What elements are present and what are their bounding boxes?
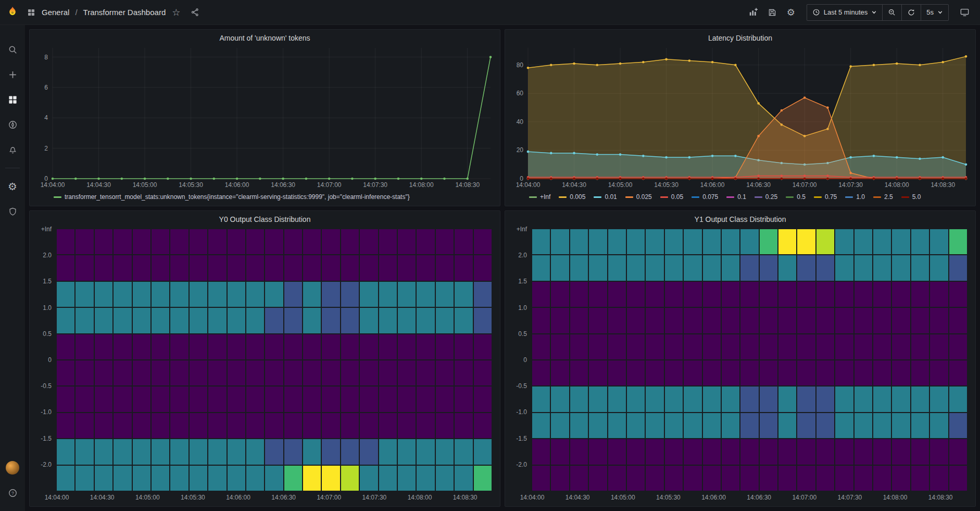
- axis-tick-label: 14:05:00: [133, 181, 157, 189]
- heatmap-cell: [322, 360, 340, 385]
- grafana-logo[interactable]: [0, 0, 25, 25]
- heatmap-cell: [551, 282, 569, 307]
- sidebar-item-server-admin[interactable]: [0, 201, 25, 222]
- heatmap-cell: [646, 439, 663, 464]
- add-panel-button[interactable]: [745, 4, 762, 21]
- heatmap-cell: [170, 413, 188, 438]
- panel-title[interactable]: Latency Distribution: [510, 32, 970, 45]
- heatmap-cell: [532, 255, 550, 280]
- axis-tick-label: 14:08:00: [883, 494, 908, 501]
- heatmap-cell: [417, 334, 434, 359]
- sidebar-item-configuration[interactable]: ⚙: [0, 176, 25, 197]
- legend-item[interactable]: +Inf: [529, 193, 550, 201]
- heatmap-cell: [646, 334, 663, 359]
- tv-mode-button[interactable]: [956, 4, 973, 21]
- heatmap-cell: [911, 360, 929, 385]
- legend-item[interactable]: 0.005: [559, 193, 585, 201]
- zoom-out-button[interactable]: [882, 4, 902, 21]
- sidebar-item-alerting[interactable]: [0, 139, 25, 160]
- heatmap-cell: [341, 229, 359, 254]
- heatmap-cell: [246, 413, 264, 438]
- legend-item[interactable]: transformer_tensorrt_model_stats:unknown…: [54, 193, 410, 201]
- share-dashboard-button[interactable]: [186, 4, 203, 21]
- legend-item[interactable]: 5.0: [901, 193, 921, 201]
- heatmap-cell: [684, 387, 701, 412]
- legend-item[interactable]: 0.075: [692, 193, 718, 201]
- time-range-picker[interactable]: Last 5 minutes: [807, 4, 883, 21]
- heatmap-cell: [303, 387, 321, 412]
- breadcrumb-section[interactable]: General: [42, 8, 69, 17]
- heatmap-cell: [76, 255, 93, 280]
- heatmap-cell: [608, 413, 626, 438]
- legend-item[interactable]: 1.0: [845, 193, 865, 201]
- heatmap-cell: [835, 308, 853, 333]
- dashboard-grid: Amount of 'unknown' tokens 14:04:0014:04…: [25, 25, 980, 511]
- axis-tick-label: 80: [510, 61, 523, 69]
- axis-tick-label: 14:04:00: [45, 494, 69, 501]
- heatmap-cell: [684, 466, 701, 491]
- legend-item[interactable]: 0.01: [594, 193, 617, 201]
- axis-tick-label: 14:06:00: [225, 181, 249, 189]
- heatmap-cell: [608, 360, 626, 385]
- heatmap-cell: [474, 413, 492, 438]
- heatmap-cell: [532, 466, 550, 491]
- heatmap-cell: [740, 439, 758, 464]
- heatmap-cell: [208, 334, 226, 359]
- avatar: [6, 461, 19, 475]
- heatmap-cell: [740, 334, 758, 359]
- series-color-marker: [559, 196, 567, 198]
- refresh-interval-picker[interactable]: 5s: [921, 4, 949, 21]
- axis-tick-label: 0: [35, 356, 52, 364]
- legend-item[interactable]: 0.1: [726, 193, 746, 201]
- heatmap-cell: [570, 255, 588, 280]
- star-dashboard-button[interactable]: ☆: [168, 4, 184, 21]
- legend-item[interactable]: 0.25: [755, 193, 777, 201]
- sidebar-item-create[interactable]: [0, 64, 25, 85]
- axis-tick-label: 14:07:30: [362, 494, 387, 501]
- axis-tick-label: 14:04:00: [41, 181, 65, 189]
- heatmap-cell: [608, 229, 626, 254]
- legend-item[interactable]: 0.025: [625, 193, 652, 201]
- panel-title[interactable]: Y0 Output Class Distribution: [35, 213, 495, 226]
- sidebar-item-dashboards[interactable]: [0, 89, 25, 110]
- heatmap-cell: [551, 308, 569, 333]
- heatmap-cell: [608, 466, 626, 491]
- heatmap-cell: [114, 466, 131, 491]
- heatmap-cell: [646, 229, 663, 254]
- axis-tick-label: 14:08:00: [408, 494, 432, 501]
- sidebar-item-search[interactable]: [0, 39, 25, 60]
- dashboard-settings-button[interactable]: ⚙: [783, 4, 799, 21]
- panel-unknown-tokens: Amount of 'unknown' tokens 14:04:0014:04…: [29, 29, 500, 206]
- heatmap-cell: [873, 387, 891, 412]
- axis-tick-label: 14:06:30: [271, 181, 295, 189]
- refresh-button[interactable]: [901, 4, 921, 21]
- heatmap-cell: [57, 466, 74, 491]
- heatmap-cell: [417, 308, 434, 333]
- sidebar-item-profile[interactable]: [0, 457, 25, 479]
- heatmap-cell: [398, 360, 416, 385]
- legend-item[interactable]: 2.5: [873, 193, 893, 201]
- heatmap-cell: [246, 308, 264, 333]
- heatmap-cell: [341, 466, 359, 491]
- heatmap-cell: [930, 387, 948, 412]
- heatmap-cell: [646, 282, 663, 307]
- heatmap-cell: [816, 387, 834, 412]
- legend-item[interactable]: 0.75: [814, 193, 837, 201]
- panel-title[interactable]: Y1 Output Class Distribution: [510, 213, 970, 226]
- axis-tick-label: -2.0: [35, 461, 52, 468]
- legend-item[interactable]: 0.05: [660, 193, 683, 201]
- axis-tick-label: 14:05:30: [181, 494, 205, 501]
- panel-title[interactable]: Amount of 'unknown' tokens: [35, 32, 495, 45]
- sidebar-item-help[interactable]: ?: [0, 482, 25, 504]
- sidebar-item-explore[interactable]: [0, 114, 25, 135]
- heatmap-cell: [551, 387, 569, 412]
- series-color-marker: [873, 196, 881, 198]
- heatmap-cell: [855, 334, 872, 359]
- heatmap-cell: [398, 255, 416, 280]
- legend-item[interactable]: 0.5: [786, 193, 806, 201]
- heatmap-cell: [76, 439, 93, 464]
- heatmap-cell: [892, 387, 910, 412]
- gear-icon: ⚙: [8, 181, 17, 192]
- save-dashboard-button[interactable]: [764, 4, 781, 21]
- heatmap-cell: [398, 439, 416, 464]
